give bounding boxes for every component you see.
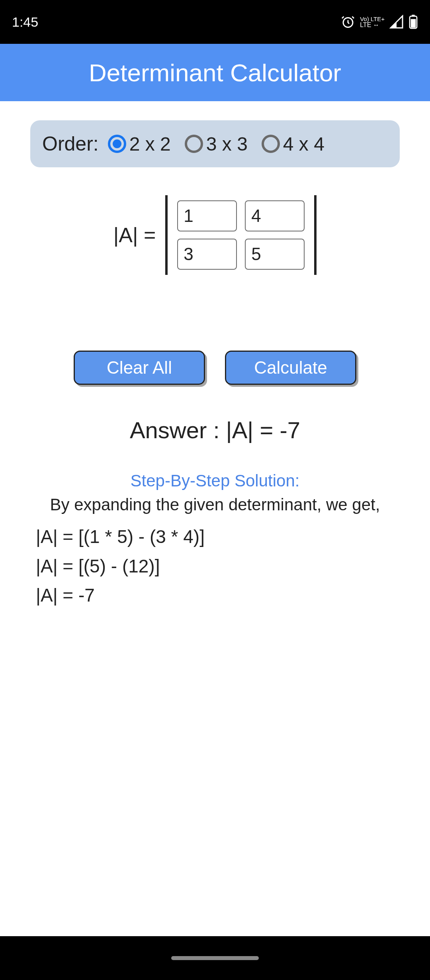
app-title: Determinant Calculator (89, 59, 341, 87)
matrix-grid: 1 4 3 5 (177, 200, 305, 270)
matrix-label: |A| = (113, 223, 156, 247)
matrix-cell-0-1[interactable]: 4 (245, 200, 305, 231)
nav-bar (0, 936, 430, 980)
alarm-icon (341, 15, 355, 29)
app-bar: Determinant Calculator (0, 44, 430, 101)
matrix-cell-1-0[interactable]: 3 (177, 239, 237, 270)
clear-all-button[interactable]: Clear All (74, 351, 205, 385)
nav-handle[interactable] (171, 956, 259, 960)
solution-heading: Step-By-Step Solution: (8, 471, 422, 490)
order-label: Order: (42, 132, 99, 155)
solution-step: |A| = [(1 * 5) - (3 * 4)] (36, 522, 394, 552)
calculate-button[interactable]: Calculate (225, 351, 356, 385)
matrix-cell-0-0[interactable]: 1 (177, 200, 237, 231)
order-panel: Order: 2 x 2 3 x 3 4 x 4 (30, 120, 400, 167)
radio-icon (108, 135, 126, 153)
solution-intro: By expanding the given determinant, we g… (8, 495, 422, 514)
network-label: Vo) LTE+ LTE ↔ (360, 16, 385, 28)
battery-icon (408, 15, 418, 29)
matrix-area: |A| = 1 4 3 5 (8, 195, 422, 275)
signal-icon (389, 15, 404, 29)
radio-label: 2 x 2 (129, 133, 171, 155)
status-right: Vo) LTE+ LTE ↔ (341, 15, 418, 29)
matrix-right-bar (314, 195, 317, 275)
radio-icon (185, 135, 203, 153)
svg-rect-3 (411, 19, 416, 28)
order-radio-4x4[interactable]: 4 x 4 (262, 133, 324, 155)
order-radio-2x2[interactable]: 2 x 2 (108, 133, 171, 155)
status-bar: 1:45 Vo) LTE+ LTE ↔ (0, 0, 430, 44)
matrix-left-bar (165, 195, 168, 275)
buttons-row: Clear All Calculate (8, 351, 422, 385)
radio-label: 3 x 3 (206, 133, 248, 155)
solution-step: |A| = [(5) - (12)] (36, 552, 394, 581)
solution-steps: |A| = [(1 * 5) - (3 * 4)] |A| = [(5) - (… (8, 522, 422, 610)
order-radio-3x3[interactable]: 3 x 3 (185, 133, 248, 155)
status-time: 1:45 (12, 14, 38, 30)
radio-label: 4 x 4 (283, 133, 324, 155)
answer-text: Answer : |A| = -7 (8, 417, 422, 443)
svg-rect-2 (412, 15, 414, 16)
radio-icon (262, 135, 280, 153)
solution-step: |A| = -7 (36, 581, 394, 610)
matrix-cell-1-1[interactable]: 5 (245, 239, 305, 270)
